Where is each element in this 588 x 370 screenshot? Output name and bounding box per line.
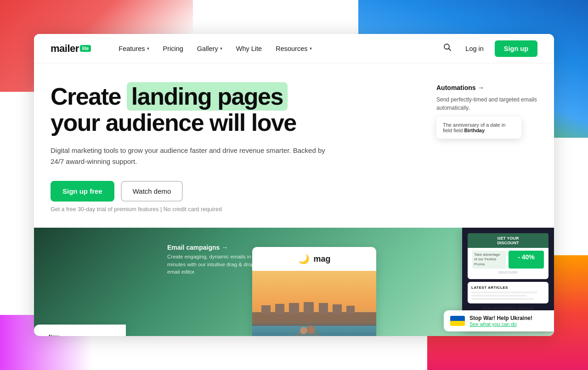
nav-item-whylite[interactable]: Why Lite — [231, 41, 267, 56]
hero-title: Create landing pages your audience will … — [51, 84, 372, 136]
anniversary-widget: The anniversary of a date in field field… — [436, 117, 521, 139]
ae-promo-widget: GET YOUR DISCOUNT Take advantage of our … — [468, 233, 548, 279]
nav-features-label: Features — [119, 45, 145, 52]
nav-whylite-label: Why Lite — [236, 45, 262, 52]
moon-icon: 🌙 — [298, 253, 310, 264]
resources-chevron-icon: ▾ — [310, 46, 312, 51]
watch-demo-button[interactable]: Watch demo — [121, 181, 183, 202]
signup-free-button[interactable]: Sign up free — [51, 181, 114, 202]
stats-new-value: 14,046 — [96, 335, 118, 336]
nav-actions: Log in Sign up — [441, 40, 537, 57]
logo[interactable]: mailerlite — [51, 43, 91, 55]
nav-item-resources[interactable]: Resources ▾ — [270, 41, 317, 56]
svg-point-15 — [307, 325, 315, 334]
svg-rect-12 — [346, 306, 355, 314]
email-campaigns-description: Create engaging, dynamic emails in minut… — [167, 253, 259, 276]
flag-yellow — [450, 321, 465, 326]
ae-articles-title: LATEST ARTICLES — [471, 286, 545, 290]
ae-articles-lines — [471, 292, 545, 300]
ukraine-text: Stop War! Help Ukraine! See what you can… — [469, 315, 532, 327]
anniversary-field: Birthday — [464, 128, 485, 133]
ae-line-1 — [471, 292, 537, 293]
nav-item-features[interactable]: Features ▾ — [113, 41, 154, 56]
features-chevron-icon: ▾ — [147, 46, 149, 51]
hero-note: Get a free 30-day trial of premium featu… — [51, 206, 537, 213]
ukraine-link[interactable]: See what you can do — [469, 321, 532, 327]
svg-line-1 — [449, 49, 451, 51]
content-area: Create landing pages your audience will … — [34, 63, 554, 213]
nav-item-gallery[interactable]: Gallery ▾ — [192, 41, 228, 56]
automations-title: Automations — [436, 84, 476, 91]
logo-badge: lite — [80, 45, 91, 52]
ukraine-title: Stop War! Help Ukraine! — [469, 315, 532, 321]
ae-discover: DISCOVER — [472, 270, 544, 275]
mag-bridge-svg — [252, 271, 376, 336]
hero-subtitle: Digital marketing tools to grow your aud… — [51, 145, 335, 167]
logo-text: mailer — [51, 43, 79, 55]
hero-title-start: Create — [51, 83, 127, 110]
login-button[interactable]: Log in — [460, 41, 489, 56]
ukraine-banner: Stop War! Help Ukraine! See what you can… — [444, 310, 554, 331]
ae-line-2 — [471, 295, 526, 297]
mag-header: 🌙 mag — [252, 247, 376, 271]
navbar: mailerlite Features ▾ Pricing Gallery ▾ … — [34, 34, 554, 63]
ukraine-flag — [450, 316, 465, 326]
nav-resources-label: Resources — [276, 45, 307, 52]
stats-card: New Last 30 days 14,046 Unsubscribed Las… — [34, 325, 126, 336]
hero-cta: Sign up free Watch demo — [51, 181, 537, 202]
svg-rect-8 — [289, 303, 299, 314]
ae-promo-discount: - 40% — [509, 251, 544, 269]
nav-pricing-label: Pricing — [163, 45, 183, 52]
email-campaigns-title: Email campaigns → — [167, 244, 259, 251]
svg-rect-5 — [252, 312, 376, 326]
mag-card: 🌙 mag — [252, 247, 376, 336]
svg-rect-9 — [304, 302, 314, 314]
ae-articles-widget: LATEST ARTICLES — [468, 282, 548, 303]
svg-rect-10 — [319, 303, 328, 314]
ae-promo-header-text: GET YOUR DISCOUNT — [498, 236, 519, 245]
gallery-chevron-icon: ▾ — [220, 46, 222, 51]
nav-item-pricing[interactable]: Pricing — [158, 41, 189, 56]
nav-links: Features ▾ Pricing Gallery ▾ Why Lite Re… — [113, 41, 441, 56]
nav-gallery-label: Gallery — [197, 45, 218, 52]
svg-rect-11 — [333, 304, 342, 314]
automations-description: Send perfectly-timed and targeted emails… — [436, 95, 537, 112]
search-button[interactable] — [441, 40, 454, 56]
ae-promo-left: Take advantage of our Festive Promo — [472, 251, 506, 269]
signup-button[interactable]: Sign up — [495, 40, 537, 57]
main-window: mailerlite Features ▾ Pricing Gallery ▾ … — [34, 34, 554, 336]
ae-line-3 — [471, 298, 534, 300]
mag-image — [252, 271, 376, 336]
svg-point-14 — [300, 327, 307, 334]
automations-arrow-icon: → — [478, 84, 484, 91]
stats-new-label: New — [49, 334, 59, 336]
ae-promo-header: GET YOUR DISCOUNT — [468, 233, 548, 248]
search-icon — [443, 43, 452, 51]
stats-new-row: New Last 30 days 14,046 — [42, 332, 118, 336]
svg-rect-6 — [261, 305, 271, 314]
hero-title-highlight: landing pages — [127, 82, 288, 111]
automations-section: Automations → Send perfectly-timed and t… — [436, 84, 537, 139]
flag-blue — [450, 316, 465, 321]
hero-title-end: your audience will love — [51, 109, 296, 136]
email-campaigns-label: Email campaigns → — [167, 244, 228, 251]
email-campaigns-section: Email campaigns → Create engaging, dynam… — [167, 244, 259, 276]
svg-rect-7 — [275, 304, 284, 314]
mag-title: mag — [313, 254, 330, 264]
